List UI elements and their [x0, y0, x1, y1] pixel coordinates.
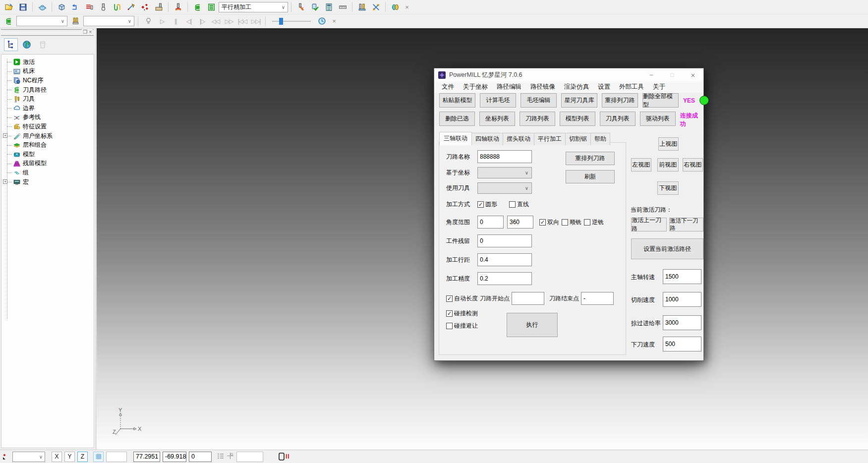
toolpath-list-icon[interactable] [205, 1, 218, 13]
toolbar-close-icon[interactable]: × [403, 3, 411, 11]
pause-icon[interactable]: ∥ [170, 18, 181, 25]
collision-avoid-checkbox[interactable] [446, 323, 453, 329]
locate-cursor-icon[interactable] [227, 452, 234, 461]
sim-toolpath-dropdown[interactable]: ∨ [16, 16, 67, 26]
end-point-input[interactable] [581, 292, 614, 305]
paste-new-model-button[interactable]: 粘贴新模型 [439, 93, 475, 108]
refresh-button[interactable]: 刷新 [566, 170, 615, 183]
tree-item-groups[interactable]: 组 [1, 168, 94, 177]
light-icon[interactable] [142, 15, 155, 27]
tree-item-toolpaths[interactable]: 刀具路径 [1, 85, 94, 95]
circle-checkbox[interactable]: ✓ [477, 201, 484, 208]
measure-ruler-icon[interactable] [336, 1, 349, 13]
tool-list-button[interactable]: 刀具列表 [600, 112, 636, 126]
coord-list-button[interactable]: 坐标列表 [479, 112, 515, 126]
axis-x-button[interactable]: X [52, 452, 62, 462]
render-teapot-icon[interactable] [36, 1, 49, 13]
limits-icon[interactable] [111, 1, 123, 13]
toolpath-strategy-icon[interactable] [69, 1, 82, 13]
menu-settings[interactable]: 设置 [593, 83, 615, 91]
toolpath-list-button[interactable]: 刀路列表 [520, 112, 555, 126]
drop-tool-icon[interactable] [172, 1, 184, 13]
trash-icon[interactable] [36, 38, 50, 51]
web-globe-icon[interactable] [20, 38, 34, 51]
expand-icon[interactable]: + [3, 179, 7, 184]
step-forward-icon[interactable]: |▷ [196, 18, 208, 25]
tree-item-stock-models[interactable]: 残留模型 [1, 159, 94, 169]
model-list-button[interactable]: 模型列表 [560, 112, 595, 126]
create-block-icon[interactable] [55, 1, 68, 13]
minimize-button[interactable]: – [641, 68, 662, 81]
grid-toggle-icon[interactable] [93, 452, 104, 462]
collision-check-checkbox[interactable]: ✓ [446, 310, 453, 317]
pause-indicator-icon[interactable]: II [279, 453, 290, 461]
tool-pair-icon[interactable] [355, 1, 368, 13]
coord-list-icon[interactable] [217, 453, 224, 461]
view-top-button[interactable]: 上视图 [658, 137, 679, 151]
pattern-points-icon[interactable] [138, 1, 151, 13]
entity-dropdown[interactable]: ∨ [12, 452, 45, 462]
view-front-button[interactable]: 前视图 [657, 158, 679, 172]
transform-icon[interactable] [369, 1, 382, 13]
menu-render-sim[interactable]: 渲染仿真 [560, 83, 593, 91]
close-button[interactable]: × [683, 68, 703, 81]
rewind-icon[interactable]: ◁◁ [210, 18, 222, 25]
verify-ok-icon[interactable] [308, 1, 321, 13]
tool-block-icon[interactable] [152, 1, 165, 13]
line-checkbox[interactable] [509, 201, 516, 208]
set-active-path-button[interactable]: 设置当前激活路径 [631, 238, 703, 259]
expand-icon[interactable]: + [3, 133, 7, 138]
coord-z-field[interactable]: 0 [189, 452, 212, 462]
tree-item-machine[interactable]: 机床 [1, 67, 94, 76]
open-file-icon[interactable] [2, 1, 15, 13]
conventional-checkbox[interactable] [584, 219, 590, 226]
activate-next-button[interactable]: 激活下一刀路 [669, 218, 703, 232]
measure-input[interactable] [236, 452, 263, 462]
maximize-button[interactable]: □ [662, 68, 683, 81]
speed-slider[interactable] [272, 17, 311, 26]
tree-item-patterns[interactable]: 参考线 [1, 113, 94, 122]
stock-input[interactable] [477, 234, 532, 247]
toolpath-icon[interactable] [191, 1, 204, 13]
jump-start-icon[interactable]: |◁◁ [236, 18, 248, 25]
angle-to-input[interactable] [507, 216, 533, 229]
dialog-titlebar[interactable]: PowerMILL 忆梦星河 7.0.6 – □ × [434, 68, 703, 81]
menu-about-coords[interactable]: 关于坐标 [459, 83, 492, 91]
tab-tilt-head[interactable]: 摆头联动 [503, 133, 534, 145]
compute-stock-button[interactable]: 计算毛坯 [480, 93, 516, 108]
save-icon[interactable] [16, 1, 29, 13]
panel-float-icon[interactable]: ❐ [83, 29, 87, 35]
point-style-button[interactable] [2, 453, 10, 461]
verify-collision-icon[interactable] [294, 1, 307, 13]
stock-edit-icon[interactable] [83, 1, 96, 13]
toolpath-icon[interactable] [2, 15, 15, 27]
jump-end-icon[interactable]: ▷▷| [250, 18, 262, 25]
menu-external-tools[interactable]: 外部工具 [615, 83, 648, 91]
delete-selected-button[interactable]: 删除已选 [439, 112, 475, 126]
rearrange-toolpath-button[interactable]: 重排列刀路 [602, 93, 638, 108]
menu-path-mirror[interactable]: 路径镜像 [526, 83, 560, 91]
tool-library-button[interactable]: 星河刀具库 [561, 93, 597, 108]
activate-prev-button[interactable]: 激活上一刀路 [631, 218, 667, 232]
view-bottom-button[interactable]: 下视图 [657, 181, 679, 195]
explorer-tree-icon[interactable] [4, 38, 18, 51]
menu-path-edit[interactable]: 路径编辑 [492, 83, 526, 91]
skim-feed-input[interactable] [663, 315, 701, 330]
delete-all-models-button[interactable]: 删除全部模型 [642, 93, 679, 108]
auto-length-checkbox[interactable]: ✓ [446, 295, 453, 302]
nc-program-icon[interactable] [389, 1, 402, 13]
tree-item-nc-program[interactable]: NC程序 [1, 76, 94, 85]
cutting-feed-input[interactable] [663, 292, 701, 307]
plunge-feed-input[interactable] [663, 337, 701, 351]
slider-handle[interactable] [279, 18, 283, 25]
view-right-button[interactable]: 右视图 [683, 158, 703, 172]
tree-item-models[interactable]: 模型 [1, 150, 94, 159]
tree-item-tools[interactable]: 刀具 [1, 94, 94, 104]
drive-list-button[interactable]: 驱动列表 [640, 112, 676, 126]
clock-icon[interactable] [315, 15, 328, 27]
climb-checkbox[interactable] [562, 219, 568, 226]
tolerance-input[interactable] [477, 272, 532, 285]
coord-x-field[interactable]: 77.2951 [133, 452, 160, 462]
tab-help[interactable]: 帮助 [590, 133, 610, 145]
tool-dropdown[interactable]: ∨ [477, 182, 532, 194]
